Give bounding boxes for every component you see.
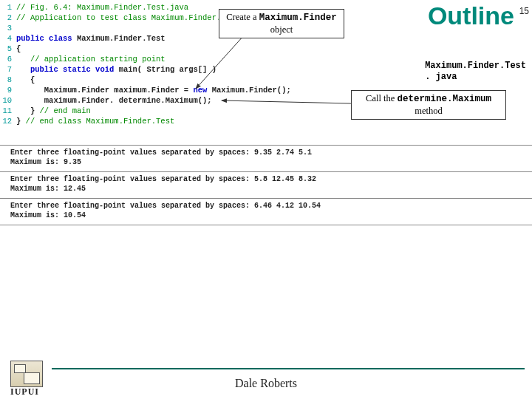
callout-text: Create a bbox=[226, 12, 259, 22]
callout-text: Call the bbox=[366, 93, 397, 103]
callout-mono: Maximum.Finder bbox=[259, 13, 337, 23]
identifier: Maximum.Finder maximum.Finder = bbox=[44, 86, 194, 95]
code-content: maximum.Finder. determine.Maximum(); bbox=[16, 95, 212, 106]
keyword: new bbox=[193, 86, 207, 95]
comment: // end main bbox=[35, 106, 91, 115]
code-content: { bbox=[16, 44, 21, 54]
identifier: Maximum.Finder(); bbox=[207, 86, 290, 95]
callout-create-object: Create a Maximum.Finder object bbox=[219, 9, 344, 38]
indent bbox=[16, 86, 44, 95]
line-number: 5 bbox=[0, 44, 16, 54]
output-block: Enter three floating-point values separa… bbox=[0, 198, 532, 225]
outline-heading: Outline bbox=[428, 1, 514, 30]
code-content: public class Maximum.Finder.Test bbox=[16, 33, 166, 44]
footer-rule bbox=[52, 368, 525, 369]
line-number: 2 bbox=[0, 13, 16, 23]
keyword: public static void bbox=[30, 65, 114, 74]
code-content: // Fig. 6.4: Maximum.Finder.Test.java bbox=[16, 2, 188, 13]
output-block: Enter three floating-point values separa… bbox=[0, 171, 532, 198]
line-number: 4 bbox=[0, 33, 16, 44]
line-number: 11 bbox=[0, 106, 16, 116]
code-content: // application starting point bbox=[16, 54, 166, 64]
indent bbox=[16, 65, 30, 74]
filename-label: Maximum.Finder.Test . java bbox=[425, 61, 526, 83]
line-number: 1 bbox=[0, 2, 16, 13]
identifier: Maximum.Finder.Test bbox=[72, 34, 166, 43]
line-number: 12 bbox=[0, 116, 16, 126]
indent bbox=[16, 96, 44, 105]
comment: // end class Maximum.Finder.Test bbox=[21, 117, 174, 126]
indent bbox=[16, 55, 30, 64]
callout-call-method: Call the determine.Maximum method bbox=[351, 90, 506, 120]
code-content: Maximum.Finder maximum.Finder = new Maxi… bbox=[16, 85, 291, 95]
indent bbox=[16, 75, 30, 84]
code-row: 8 { bbox=[0, 75, 332, 85]
brace: { bbox=[30, 75, 35, 84]
code-content: // Application to test class Maximum.Fin… bbox=[16, 13, 221, 23]
callout-text: object bbox=[270, 24, 293, 35]
line-number: 6 bbox=[0, 54, 16, 64]
code-row: 11 } // end main bbox=[0, 106, 332, 116]
identifier: maximum.Finder. determine.Maximum(); bbox=[44, 96, 212, 105]
output-block: Enter three floating-point values separa… bbox=[0, 145, 532, 171]
keyword: public class bbox=[16, 34, 72, 43]
callout-mono: determine.Maximum bbox=[397, 94, 491, 104]
program-output: Enter three floating-point values separa… bbox=[0, 145, 532, 225]
code-row: 9 Maximum.Finder maximum.Finder = new Ma… bbox=[0, 85, 332, 95]
identifier: main( String args[] ) bbox=[114, 65, 216, 74]
footer: IUPUI Dale Roberts bbox=[0, 355, 532, 399]
author-name: Dale Roberts bbox=[0, 377, 532, 390]
line-number: 7 bbox=[0, 64, 16, 75]
code-content: } // end class Maximum.Finder.Test bbox=[16, 116, 174, 126]
code-content: } // end main bbox=[16, 106, 91, 116]
line-number: 8 bbox=[0, 75, 16, 85]
slide-number: 15 bbox=[519, 6, 529, 16]
code-row: 10 maximum.Finder. determine.Maximum(); bbox=[0, 95, 332, 106]
code-content: public static void main( String args[] ) bbox=[16, 64, 216, 75]
code-row: 7 public static void main( String args[]… bbox=[0, 64, 332, 75]
line-number: 10 bbox=[0, 95, 16, 106]
indent bbox=[16, 106, 30, 115]
code-row: 6 // application starting point bbox=[0, 54, 332, 64]
code-row: 5 { bbox=[0, 44, 332, 54]
line-number: 3 bbox=[0, 23, 16, 33]
code-content: { bbox=[16, 75, 35, 85]
line-number: 9 bbox=[0, 85, 16, 95]
comment: // application starting point bbox=[30, 55, 166, 64]
code-row: 12 } // end class Maximum.Finder.Test bbox=[0, 116, 332, 126]
callout-text: method bbox=[415, 106, 443, 116]
